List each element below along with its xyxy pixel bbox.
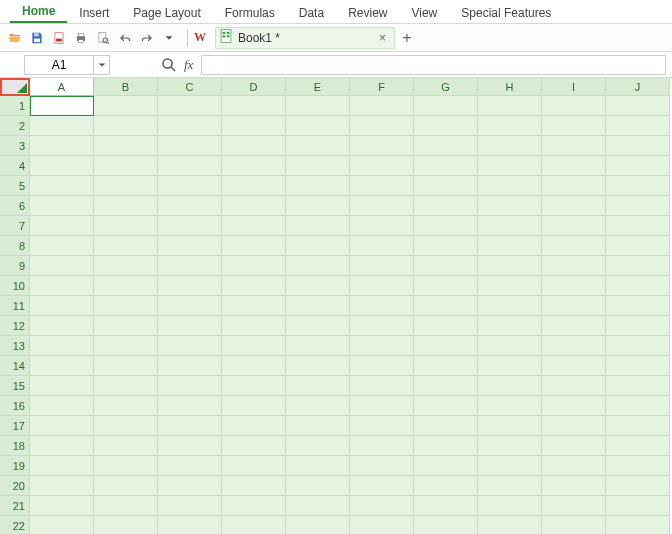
cell-area[interactable] (30, 96, 672, 534)
cell[interactable] (606, 296, 670, 316)
cell[interactable] (30, 96, 94, 116)
cell[interactable] (30, 256, 94, 276)
cell[interactable] (478, 496, 542, 516)
cell[interactable] (222, 96, 286, 116)
cell[interactable] (286, 116, 350, 136)
cell[interactable] (350, 236, 414, 256)
formula-bar-input[interactable] (201, 55, 666, 75)
cell[interactable] (478, 156, 542, 176)
cell[interactable] (286, 436, 350, 456)
cell[interactable] (94, 196, 158, 216)
cell[interactable] (478, 396, 542, 416)
cell[interactable] (158, 216, 222, 236)
cell[interactable] (222, 116, 286, 136)
cell[interactable] (414, 296, 478, 316)
row-header[interactable]: 12 (0, 316, 30, 336)
row-header[interactable]: 5 (0, 176, 30, 196)
column-header[interactable]: B (94, 78, 158, 96)
save-icon[interactable] (28, 29, 46, 47)
cell[interactable] (350, 456, 414, 476)
row-header[interactable]: 7 (0, 216, 30, 236)
cell[interactable] (350, 356, 414, 376)
cell[interactable] (542, 316, 606, 336)
cell[interactable] (94, 436, 158, 456)
cell[interactable] (286, 476, 350, 496)
cell[interactable] (542, 456, 606, 476)
cell[interactable] (158, 176, 222, 196)
cell[interactable] (606, 96, 670, 116)
cell[interactable] (286, 516, 350, 534)
cell[interactable] (414, 396, 478, 416)
cell[interactable] (286, 176, 350, 196)
cell[interactable] (286, 316, 350, 336)
cell[interactable] (542, 96, 606, 116)
new-document-tab-button[interactable]: + (395, 29, 419, 47)
cell[interactable] (158, 456, 222, 476)
cell[interactable] (478, 296, 542, 316)
cell[interactable] (542, 396, 606, 416)
cell[interactable] (606, 196, 670, 216)
cell[interactable] (350, 256, 414, 276)
row-header[interactable]: 20 (0, 476, 30, 496)
cell[interactable] (158, 476, 222, 496)
cell[interactable] (478, 256, 542, 276)
column-header[interactable]: A (30, 78, 94, 96)
row-header[interactable]: 16 (0, 396, 30, 416)
cell[interactable] (414, 136, 478, 156)
cell[interactable] (414, 496, 478, 516)
cell[interactable] (478, 416, 542, 436)
cell[interactable] (30, 296, 94, 316)
cell[interactable] (414, 456, 478, 476)
cell[interactable] (158, 356, 222, 376)
ribbon-tab-review[interactable]: Review (336, 2, 399, 23)
cell[interactable] (606, 236, 670, 256)
cell[interactable] (94, 156, 158, 176)
cell[interactable] (222, 376, 286, 396)
cell[interactable] (94, 316, 158, 336)
cell[interactable] (478, 136, 542, 156)
cell[interactable] (158, 196, 222, 216)
app-logo-icon[interactable]: W (191, 29, 209, 47)
row-header[interactable]: 10 (0, 276, 30, 296)
cell[interactable] (542, 516, 606, 534)
cell[interactable] (606, 396, 670, 416)
cell[interactable] (286, 196, 350, 216)
cell[interactable] (94, 136, 158, 156)
cell[interactable] (222, 436, 286, 456)
cell[interactable] (542, 496, 606, 516)
cell[interactable] (222, 396, 286, 416)
cell[interactable] (158, 136, 222, 156)
cell[interactable] (414, 116, 478, 136)
cell[interactable] (94, 216, 158, 236)
export-pdf-icon[interactable] (50, 29, 68, 47)
cell[interactable] (286, 396, 350, 416)
cell[interactable] (30, 496, 94, 516)
cell[interactable] (542, 216, 606, 236)
cell[interactable] (222, 136, 286, 156)
cell[interactable] (478, 436, 542, 456)
cell[interactable] (30, 516, 94, 534)
cell[interactable] (478, 216, 542, 236)
cell[interactable] (30, 436, 94, 456)
cell[interactable] (222, 336, 286, 356)
document-tab-close-icon[interactable]: × (377, 31, 388, 45)
cell[interactable] (222, 356, 286, 376)
cell[interactable] (30, 236, 94, 256)
cell[interactable] (414, 256, 478, 276)
print-icon[interactable] (72, 29, 90, 47)
cell[interactable] (606, 316, 670, 336)
cell[interactable] (350, 116, 414, 136)
cell[interactable] (414, 96, 478, 116)
cell[interactable] (94, 516, 158, 534)
cell[interactable] (414, 156, 478, 176)
cell[interactable] (222, 456, 286, 476)
cell[interactable] (350, 216, 414, 236)
redo-icon[interactable] (138, 29, 156, 47)
cell[interactable] (414, 216, 478, 236)
cell[interactable] (414, 176, 478, 196)
column-header[interactable]: I (542, 78, 606, 96)
qa-dropdown-icon[interactable] (160, 29, 178, 47)
cell[interactable] (414, 416, 478, 436)
cell[interactable] (94, 116, 158, 136)
cell[interactable] (606, 436, 670, 456)
